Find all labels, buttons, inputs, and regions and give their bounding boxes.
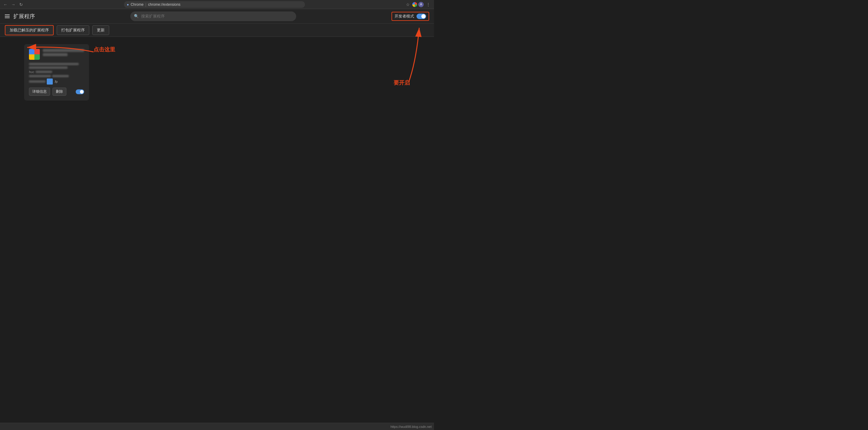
browser-chrome: ← → ↻ ● Chrome | chrome://extensions ☆ A… — [0, 0, 434, 9]
id-blurred — [36, 71, 52, 73]
pack-extension-button[interactable]: 打包扩展程序 — [57, 25, 89, 35]
to-enable-annotation: 要开启 — [394, 79, 410, 86]
file-name: .fp — [54, 80, 58, 83]
blurred-extra-2 — [52, 75, 69, 77]
extension-name-block — [43, 49, 84, 57]
desc-line-1 — [29, 63, 79, 65]
extension-card: huc .fp 详细信息 删除 — [24, 44, 89, 101]
click-here-annotation: 点击这里 — [93, 46, 115, 53]
card-footer: 详细信息 删除 — [29, 88, 84, 96]
update-button[interactable]: 更新 — [92, 25, 109, 35]
search-box[interactable]: 🔍 — [130, 11, 296, 21]
dev-mode-label: 开发者模式 — [395, 13, 414, 19]
extensions-main: huc .fp 详细信息 删除 点击这里 — [0, 37, 434, 208]
extension-description: huc .fp — [29, 63, 84, 85]
desc-line-2 — [29, 66, 67, 69]
address-bar[interactable]: ● Chrome | chrome://extensions — [124, 1, 305, 8]
browser-actions: ☆ A ⋮ — [404, 1, 432, 8]
extension-toggle[interactable] — [76, 89, 84, 94]
site-icon: ● — [127, 3, 129, 6]
menu-button[interactable]: ⋮ — [425, 1, 432, 8]
to-enable-text: 要开启 — [394, 80, 410, 86]
blurred-extra-1 — [29, 75, 51, 77]
extensions-toolbar: 加载已解压的扩展程序 打包扩展程序 更新 — [0, 24, 434, 37]
load-unpacked-button[interactable]: 加载已解压的扩展程序 — [5, 25, 54, 35]
forward-button[interactable]: → — [10, 1, 16, 7]
dev-mode-section: 开发者模式 — [392, 12, 429, 21]
blurred-extra-3 — [29, 80, 45, 83]
site-name: Chrome — [131, 2, 144, 7]
delete-button[interactable]: 删除 — [53, 88, 66, 96]
profile-icon[interactable]: A — [418, 2, 424, 7]
file-icon — [47, 79, 53, 85]
chrome-logo — [412, 2, 417, 7]
card-header — [29, 49, 84, 60]
extension-icon — [29, 49, 40, 60]
extension-name-blurred-2 — [43, 53, 67, 56]
id-prefix-label: huc — [29, 70, 34, 74]
search-icon: 🔍 — [134, 14, 139, 19]
url-separator: | — [145, 2, 146, 7]
search-input[interactable] — [141, 14, 292, 19]
hamburger-menu[interactable] — [5, 15, 10, 18]
detail-button[interactable]: 详细信息 — [29, 88, 50, 96]
bookmark-button[interactable]: ☆ — [404, 1, 411, 8]
extension-name-blurred-1 — [43, 49, 84, 52]
extensions-header: 扩展程序 🔍 开发者模式 — [0, 9, 434, 24]
back-button[interactable]: ← — [2, 1, 8, 7]
refresh-button[interactable]: ↻ — [18, 1, 24, 7]
dev-mode-toggle[interactable] — [416, 13, 426, 19]
click-here-text: 点击这里 — [93, 47, 115, 53]
page-title: 扩展程序 — [13, 13, 35, 20]
url-text: chrome://extensions — [148, 2, 180, 7]
